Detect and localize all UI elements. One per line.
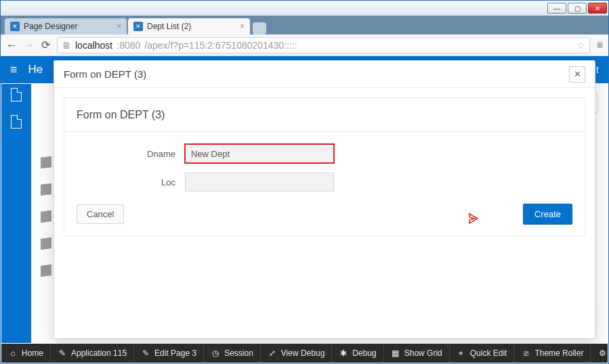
dev-debug[interactable]: ✱Debug: [332, 344, 383, 363]
edit-row-icon[interactable]: [41, 184, 53, 195]
roller-icon: ⎚: [521, 348, 530, 358]
home-icon: ⌂: [8, 348, 18, 358]
close-tab-icon[interactable]: ×: [240, 22, 245, 31]
back-icon[interactable]: ←: [6, 39, 17, 51]
create-submit-button[interactable]: Create: [523, 204, 572, 225]
dname-input[interactable]: [185, 144, 334, 163]
page-icon[interactable]: [11, 88, 22, 101]
browser-menu-icon[interactable]: ≡: [597, 39, 603, 51]
edit-row-icon[interactable]: [41, 157, 53, 168]
dev-quick-edit[interactable]: ⌖Quick Edit: [450, 344, 515, 363]
dev-application[interactable]: ✎Application 115: [51, 344, 134, 363]
form-dialog: Form on DEPT (3) ✕ Form on DEPT (3) Dnam…: [54, 60, 595, 339]
tab-label: Dept List (2): [147, 22, 191, 31]
dialog-title: Form on DEPT (3): [64, 68, 146, 80]
grid-icon: ▦: [391, 348, 400, 358]
dev-edit-page[interactable]: ✎Edit Page 3: [134, 344, 204, 363]
new-tab-button[interactable]: [253, 22, 266, 35]
app-title: He: [28, 63, 43, 76]
dname-label: Dname: [77, 149, 185, 159]
form-panel: Form on DEPT (3) Dname Loc Cancel Create: [64, 97, 585, 236]
cancel-button[interactable]: Cancel: [77, 204, 124, 224]
target-icon: ⌖: [457, 348, 466, 358]
loc-input[interactable]: [185, 173, 334, 191]
forward-icon: →: [24, 39, 35, 51]
dev-settings[interactable]: ⚙: [591, 344, 609, 363]
dev-home[interactable]: ⌂Home: [1, 344, 51, 363]
browser-tab-strip: Page Designer × Dept List (2) ×: [1, 16, 608, 35]
bookmark-star-icon[interactable]: ☆: [576, 40, 585, 51]
window-maximize-button[interactable]: ▢: [568, 3, 587, 14]
close-tab-icon[interactable]: ×: [117, 22, 121, 31]
page-icon[interactable]: [11, 115, 22, 129]
browser-toolbar: ← → ⟳ 🗎 localhost:8080/apex/f?p=115:2:67…: [1, 35, 608, 56]
gear-icon: ⚙: [597, 348, 607, 358]
url-path: /apex/f?p=115:2:6751080201430:::::: [144, 40, 297, 51]
dev-show-grid[interactable]: ▦Show Grid: [384, 344, 450, 363]
edit-icon: ✎: [141, 348, 150, 358]
dev-view-debug[interactable]: ⤢View Debug: [261, 344, 333, 363]
browser-tab-dept-list[interactable]: Dept List (2) ×: [128, 18, 250, 35]
window-close-button[interactable]: ✕: [588, 3, 607, 14]
tab-label: Page Designer: [24, 22, 77, 31]
window-titlebar: — ▢ ✕: [1, 1, 608, 16]
view-debug-icon: ⤢: [268, 348, 277, 358]
edit-row-icon[interactable]: [41, 211, 53, 222]
page-icon: 🗎: [62, 40, 71, 51]
left-nav-rail: [1, 84, 31, 343]
reload-icon[interactable]: ⟳: [41, 39, 50, 51]
apex-tab-icon: [10, 22, 20, 31]
loc-label: Loc: [77, 177, 185, 187]
edit-row-icon[interactable]: [41, 265, 53, 276]
bug-icon: ✱: [339, 348, 348, 358]
apex-tab-icon: [133, 22, 143, 31]
browser-tab-page-designer[interactable]: Page Designer ×: [5, 18, 127, 35]
hamburger-icon[interactable]: ≡: [10, 63, 18, 77]
dialog-header: Form on DEPT (3) ✕: [54, 61, 595, 88]
edit-row-icon[interactable]: [41, 238, 53, 249]
window-minimize-button[interactable]: —: [547, 3, 566, 14]
dialog-close-button[interactable]: ✕: [569, 66, 585, 83]
dev-session[interactable]: ◷Session: [204, 344, 261, 363]
clock-icon: ◷: [211, 348, 220, 358]
url-host: localhost: [75, 40, 112, 51]
url-port: :8080: [117, 40, 140, 51]
developer-toolbar: ⌂Home ✎Application 115 ✎Edit Page 3 ◷Ses…: [1, 344, 608, 363]
edit-icon: ✎: [58, 348, 67, 358]
callout-arrow-icon: [468, 211, 483, 226]
panel-title: Form on DEPT (3): [64, 98, 585, 132]
address-bar[interactable]: 🗎 localhost:8080/apex/f?p=115:2:67510802…: [57, 37, 590, 53]
dev-theme-roller[interactable]: ⎚Theme Roller: [514, 344, 591, 363]
